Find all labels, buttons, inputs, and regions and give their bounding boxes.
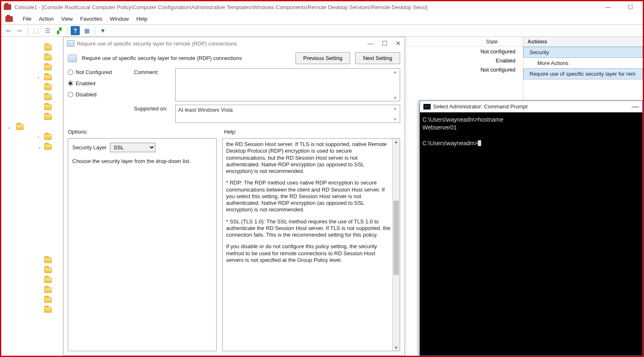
security-layer-select[interactable]: SSL bbox=[110, 143, 155, 152]
dialog-body-upper: Not Configured Enabled Disabled Comment:… bbox=[64, 68, 404, 126]
folder-icon[interactable] bbox=[44, 144, 52, 150]
menu-favorites[interactable]: Favorites bbox=[80, 16, 102, 22]
actions-group-security[interactable]: Security bbox=[523, 47, 643, 58]
radio-not-configured[interactable]: Not Configured bbox=[68, 69, 126, 75]
help-button[interactable]: ? bbox=[71, 26, 80, 35]
folder-icon[interactable] bbox=[44, 55, 52, 60]
folder-icon[interactable] bbox=[44, 134, 52, 140]
menu-help[interactable]: Help bbox=[136, 16, 148, 22]
dialog-titlebar[interactable]: Require use of specific security layer f… bbox=[64, 37, 404, 50]
export-list-button[interactable]: ▞ bbox=[55, 26, 64, 35]
next-setting-button[interactable]: Next Setting bbox=[355, 52, 400, 64]
scroll-down-icon[interactable]: ▼ bbox=[393, 96, 399, 100]
actions-selected-setting[interactable]: Require use of specific security layer f… bbox=[523, 68, 643, 79]
folder-icon[interactable] bbox=[44, 84, 52, 90]
dialog-maximize-button[interactable]: ☐ bbox=[382, 40, 387, 47]
up-button[interactable]: ⬚ bbox=[31, 26, 41, 35]
maximize-button[interactable]: ☐ bbox=[623, 4, 638, 10]
collapse-toggle[interactable]: ⌄ bbox=[7, 125, 11, 130]
policy-dialog: Require use of specific security layer f… bbox=[63, 37, 405, 356]
comment-textarea[interactable]: ▲▼ bbox=[175, 68, 400, 101]
options-label: Options: bbox=[68, 129, 220, 135]
scroll-up-icon[interactable]: ▲ bbox=[393, 69, 399, 74]
cmd-minimize-button[interactable]: — bbox=[632, 102, 639, 111]
policy-icon bbox=[68, 55, 77, 62]
console-tree[interactable]: › ⌄ › ⌄ bbox=[1, 37, 63, 356]
toolbar-separator bbox=[67, 26, 67, 35]
folder-icon[interactable] bbox=[44, 307, 52, 313]
dialog-header-row: Require use of specific security layer f… bbox=[64, 50, 404, 68]
toolbar-separator bbox=[95, 26, 95, 35]
dialog-minimize-button[interactable]: — bbox=[367, 40, 374, 47]
policy-heading: Require use of specific security layer f… bbox=[82, 55, 291, 61]
supported-on-value: At least Windows Vista bbox=[178, 107, 233, 113]
window-controls: — ☐ bbox=[601, 4, 640, 10]
dialog-close-button[interactable]: ✕ bbox=[396, 40, 401, 47]
folder-icon[interactable] bbox=[44, 45, 52, 50]
help-label: Help: bbox=[224, 129, 236, 135]
options-note: Choose the security layer from the drop-… bbox=[72, 158, 212, 164]
scrollbar-thumb[interactable] bbox=[394, 201, 399, 275]
expand-toggle[interactable]: › bbox=[38, 134, 39, 139]
folder-icon[interactable] bbox=[16, 124, 24, 130]
options-panel: Security Layer SSL Choose the security l… bbox=[68, 138, 217, 351]
mmc-small-icon bbox=[5, 16, 13, 22]
folder-icon[interactable] bbox=[44, 277, 52, 283]
command-prompt-window[interactable]: C:\ Select Administrator: Command Prompt… bbox=[420, 101, 643, 356]
supported-label: Supported on: bbox=[134, 105, 169, 123]
folder-icon[interactable] bbox=[44, 65, 52, 70]
help-text: * SSL (TLS 1.0): The SSL method requires… bbox=[226, 218, 391, 239]
security-layer-label: Security Layer bbox=[72, 144, 107, 151]
scroll-down-icon[interactable]: ▼ bbox=[393, 345, 400, 350]
folder-icon[interactable] bbox=[44, 104, 52, 110]
folder-icon[interactable] bbox=[44, 287, 52, 293]
scroll-up-icon[interactable]: ▲ bbox=[393, 106, 399, 110]
help-panel[interactable]: the RD Session Host server. If TLS is no… bbox=[222, 138, 400, 351]
policy-icon bbox=[67, 40, 74, 47]
help-text: If you disable or do not configure this … bbox=[226, 243, 391, 264]
back-button[interactable]: ⇦ bbox=[4, 26, 13, 35]
minimize-button[interactable]: — bbox=[601, 4, 615, 10]
cmd-output[interactable]: C:\Users\wayneadm>hostname Webserver01 C… bbox=[420, 113, 642, 151]
menu-action[interactable]: Action bbox=[39, 16, 54, 22]
state-column-header[interactable]: State bbox=[461, 39, 523, 45]
menu-window[interactable]: Window bbox=[110, 16, 129, 22]
radio-disabled[interactable]: Disabled bbox=[68, 91, 126, 98]
menubar: File Action View Favorites Window Help bbox=[1, 13, 643, 24]
menu-file[interactable]: File bbox=[23, 16, 31, 22]
mmc-icon bbox=[4, 4, 11, 10]
actions-more[interactable]: More Actions bbox=[523, 58, 643, 68]
folder-icon[interactable] bbox=[44, 114, 52, 120]
filter-button[interactable]: ▼ bbox=[98, 26, 107, 35]
menu-view[interactable]: View bbox=[61, 16, 73, 22]
console-titlebar: Console1 - [Console Root\Local Computer … bbox=[1, 1, 643, 13]
cmd-title-text: Select Administrator: Command Prompt bbox=[433, 103, 527, 110]
collapse-toggle[interactable]: ⌄ bbox=[38, 144, 41, 150]
main-area: › ⌄ › ⌄ State Not configured Enabled Not… bbox=[1, 37, 643, 356]
folder-icon[interactable] bbox=[44, 257, 52, 263]
show-hide-tree-button[interactable]: ☰ bbox=[43, 26, 52, 35]
play-button[interactable]: ▦ bbox=[82, 26, 91, 35]
window-title: Console1 - [Console Root\Local Computer … bbox=[14, 4, 427, 10]
folder-icon[interactable] bbox=[44, 94, 52, 100]
toolbar-separator bbox=[28, 26, 28, 35]
folder-icon[interactable] bbox=[44, 297, 52, 303]
supported-on-field: At least Windows Vista ▲▼ bbox=[175, 105, 400, 123]
cmd-cursor bbox=[478, 140, 481, 146]
scroll-up-icon[interactable]: ▲ bbox=[393, 139, 400, 144]
dialog-title: Require use of specific security layer f… bbox=[77, 41, 237, 47]
radio-group: Not Configured Enabled Disabled bbox=[68, 68, 126, 126]
toolbar: ⇦ ⇨ ⬚ ☰ ▞ ? ▦ ▼ bbox=[1, 24, 643, 37]
comment-label: Comment: bbox=[134, 68, 169, 101]
cmd-icon: C:\ bbox=[423, 104, 431, 110]
forward-button[interactable]: ⇨ bbox=[15, 26, 24, 35]
scroll-down-icon[interactable]: ▼ bbox=[393, 117, 399, 122]
radio-enabled[interactable]: Enabled bbox=[68, 80, 126, 86]
folder-icon[interactable] bbox=[44, 267, 52, 273]
previous-setting-button[interactable]: Previous Setting bbox=[296, 52, 351, 64]
help-scrollbar[interactable]: ▲ ▼ bbox=[392, 139, 400, 351]
cmd-titlebar[interactable]: C:\ Select Administrator: Command Prompt… bbox=[420, 101, 642, 113]
expand-toggle[interactable]: › bbox=[38, 75, 39, 80]
folder-icon[interactable] bbox=[44, 74, 52, 80]
help-text: the RD Session Host server. If TLS is no… bbox=[226, 141, 391, 175]
